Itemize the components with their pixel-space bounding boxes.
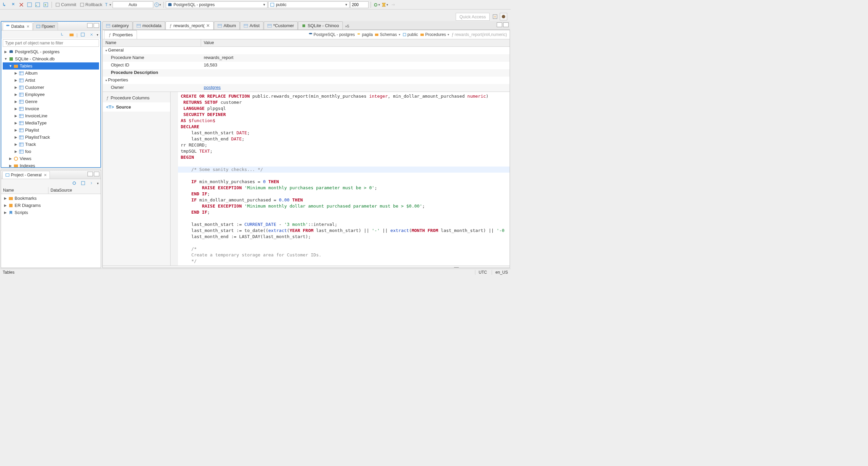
link-editor-icon[interactable] [88,31,95,38]
new-connection-small-icon[interactable] [59,31,66,38]
omit-header-label[interactable]: Omit procedure header [461,267,507,268]
tree-node-table[interactable]: ▶Employee [3,91,99,98]
schema-combo[interactable]: public ▼ [268,1,350,8]
refresh-icon[interactable]: ▾ [373,1,380,8]
sql-editor-icon[interactable] [26,1,33,8]
view-menu-icon[interactable]: ▾ [97,181,99,185]
new-folder-icon[interactable] [68,31,75,38]
tx-mode-icon[interactable]: T▾ [104,1,112,8]
prop-group-properties[interactable]: Properties [103,77,201,84]
tree-node-table[interactable]: ▶PlaylistTrack [3,134,99,141]
svg-rect-16 [70,34,74,36]
history-icon[interactable]: ▾ [154,1,161,8]
subtab-properties[interactable]: ƒ Properties [104,30,137,39]
project-item[interactable]: ▶Scripts [2,209,99,216]
bottom-source-label[interactable]: Source [105,267,119,268]
project-col-name[interactable]: Name [1,187,48,194]
minimize-icon[interactable] [87,172,93,176]
datasource-combo[interactable]: PostgreSQL - postgres ▼ [166,1,268,8]
tree-node-table[interactable]: ▶InvoiceLine [3,112,99,119]
minimize-icon[interactable] [87,23,93,28]
tree-node-sqlite[interactable]: ▼SQLite - Chinook.db [3,55,99,62]
connect-icon[interactable] [9,1,17,8]
close-icon[interactable]: ✕ [206,23,210,28]
tab-database-navigator[interactable]: Databa ✕ [3,22,33,30]
minimize-icon[interactable] [497,22,502,27]
tree-node-views[interactable]: ▶Views [3,155,99,162]
maximize-icon[interactable] [503,22,509,27]
close-icon[interactable]: ✕ [26,24,29,29]
view-menu-icon[interactable]: ▾ [97,33,98,37]
open-in-editor-icon[interactable] [444,266,451,268]
svg-rect-52 [19,143,23,146]
tree-node-indexes[interactable]: ▶Indexes [3,162,99,167]
open-perspective-icon[interactable]: + [491,13,499,20]
project-col-datasource[interactable]: DataSource [48,187,74,194]
tree-node-tables[interactable]: ▼Tables [3,62,99,70]
bc-datasource[interactable]: PostgreSQL - postgres [309,32,355,37]
link-icon[interactable] [88,179,96,187]
main-toolbar: + Commit Rollback T▾ Auto ▾ PostgreSQL -… [0,0,511,9]
editor-tab[interactable]: Album [214,21,240,30]
bc-procedure[interactable]: ƒrewards_report(int4,numeric) [451,32,507,37]
side-procedure-columns[interactable]: ƒProcedure Columns [103,93,170,102]
status-timezone[interactable]: UTC [475,270,487,275]
editor-tab[interactable]: ƒrewards_report(✕ [165,21,214,30]
sql-script-icon[interactable] [34,1,41,8]
dbeaver-perspective-icon[interactable] [500,13,507,20]
omit-header-checkbox[interactable] [454,267,459,268]
prop-group-general[interactable]: General [103,47,201,54]
close-icon[interactable]: ✕ [44,173,47,177]
configure-icon[interactable] [71,179,78,187]
editor-tab[interactable]: category [102,21,133,30]
prop-owner-link[interactable]: postgres [204,85,221,90]
collapse-icon[interactable] [79,31,86,38]
status-locale[interactable]: en_US [492,270,508,275]
save-icon[interactable] [434,266,441,268]
commit-button[interactable]: Commit [54,2,78,7]
editor-tab[interactable]: SQLite - Chinoo [298,21,343,30]
tree-node-postgres[interactable]: ▶PostgreSQL - postgres [3,48,99,55]
tree-node-table[interactable]: ▶Artist [3,77,99,84]
editor-tab[interactable]: mockdata [133,21,165,30]
side-source[interactable]: <T>Source [103,102,170,112]
bc-procedures[interactable]: Procedures [420,32,449,37]
tx-mode-combo[interactable]: Auto [113,1,153,8]
bc-database[interactable]: pagila [357,32,373,37]
tree-node-table[interactable]: ▶foo [3,148,99,155]
editor-tab[interactable]: Artist [240,21,263,30]
editor-tab[interactable]: *Customer [264,21,298,30]
tab-projects[interactable]: Проект [33,22,58,30]
tree-node-table[interactable]: ▶Album [3,70,99,77]
tree-filter-input[interactable] [3,39,99,47]
prop-col-value[interactable]: Value [201,39,217,46]
maximize-icon[interactable] [94,172,99,176]
tab-project-general[interactable]: Project - General ✕ [2,171,50,179]
maximize-icon[interactable] [94,23,99,28]
tree-node-table[interactable]: ▶Customer [3,84,99,91]
prop-col-name[interactable]: Name [103,39,201,46]
projects-icon [36,24,40,28]
tree-node-table[interactable]: ▶MediaType [3,119,99,127]
quick-access-field[interactable]: Quick Access [456,13,490,21]
export-icon[interactable] [389,1,397,8]
project-item[interactable]: ▶Bookmarks [2,195,99,202]
disconnect-icon[interactable] [18,1,25,8]
svg-rect-25 [19,79,23,82]
bc-schemas[interactable]: Schemas [375,32,400,37]
collapse-all-icon[interactable] [79,179,87,187]
tabs-overflow-button[interactable]: »5 [343,23,351,30]
open-file-icon[interactable] [423,266,431,268]
tree-node-table[interactable]: ▶Invoice [3,105,99,112]
bc-schema[interactable]: public [402,32,418,37]
tree-node-table[interactable]: ▶Track [3,141,99,148]
row-limit-input[interactable] [350,1,369,8]
tree-node-table[interactable]: ▶Playlist [3,127,99,134]
project-item[interactable]: ▶ER Diagrams [2,202,99,209]
tree-node-table[interactable]: ▶Genre [3,98,99,105]
stop-icon[interactable]: ▾ [381,1,389,8]
source-editor[interactable]: CREATE OR REPLACE FUNCTION public.reward… [171,92,510,266]
new-connection-icon[interactable] [1,1,9,8]
rollback-button[interactable]: Rollback [78,2,104,7]
open-sql-icon[interactable]: + [42,1,50,8]
